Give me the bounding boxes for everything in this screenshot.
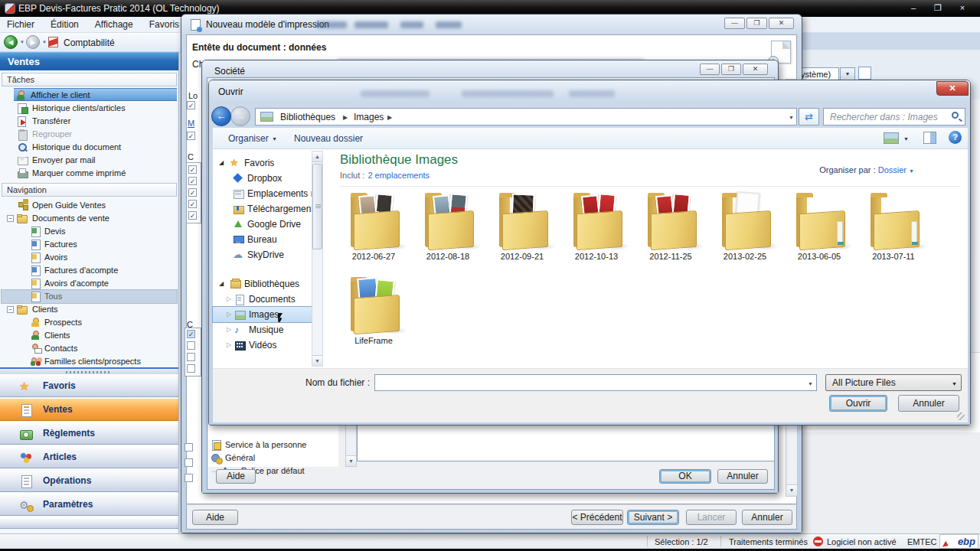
- module-reglements[interactable]: Règlements: [0, 422, 178, 445]
- nav-telechargements[interactable]: Téléchargements: [213, 201, 312, 217]
- nav-images[interactable]: ▷Images: [213, 307, 312, 322]
- checkbox[interactable]: [187, 353, 195, 361]
- checkbox[interactable]: [187, 341, 195, 350]
- arrange-value[interactable]: Dossier: [878, 165, 906, 174]
- checkbox[interactable]: ✓: [187, 101, 195, 109]
- app-restore-button[interactable]: ❐: [928, 3, 948, 14]
- checkbox[interactable]: ✓: [187, 330, 195, 338]
- tree-service-personne[interactable]: Service à la personne: [211, 439, 334, 452]
- resize-grip[interactable]: [957, 412, 965, 420]
- filename-input[interactable]: ▼: [374, 374, 817, 391]
- nav-videos[interactable]: ▷Vidéos: [213, 337, 312, 353]
- nav-emplacements[interactable]: Emplacements ré: [213, 186, 312, 201]
- tree-factures-acompte[interactable]: Factures d'acompte: [2, 264, 177, 277]
- nav-dropbox[interactable]: Dropbox: [213, 171, 312, 186]
- folder-item[interactable]: 2012-08-18: [413, 192, 483, 261]
- tree-prospects[interactable]: Prospects: [2, 316, 177, 329]
- task-historique-document[interactable]: Historique du document: [2, 141, 177, 154]
- scroll-up-icon[interactable]: ▲: [312, 152, 322, 162]
- new-folder-button[interactable]: Nouveau dossier: [294, 133, 363, 144]
- checkbox[interactable]: [185, 458, 193, 467]
- folder-item[interactable]: LifeFrame: [338, 276, 409, 345]
- module-parametres[interactable]: ⚙Paramètres: [0, 493, 178, 516]
- breadcrumb-current[interactable]: Images: [354, 112, 384, 122]
- organize-menu[interactable]: Organiser: [228, 133, 269, 144]
- dialog-minimize-button[interactable]: —: [724, 18, 745, 29]
- back-icon[interactable]: ←: [211, 106, 231, 126]
- checkbox[interactable]: ✓: [188, 200, 197, 208]
- cancel-button[interactable]: Annuler: [742, 510, 792, 525]
- nav-google-drive[interactable]: Google Drive: [213, 217, 312, 232]
- tree-general[interactable]: Général: [211, 452, 334, 465]
- view-icon[interactable]: [884, 132, 899, 144]
- refresh-button[interactable]: ⇄: [799, 108, 819, 126]
- comptabilite-button[interactable]: Comptabilité: [64, 37, 115, 48]
- preview-pane-icon[interactable]: [923, 132, 936, 144]
- tree-tous[interactable]: Tous: [2, 290, 177, 303]
- menu-edition[interactable]: Édition: [44, 17, 86, 30]
- app-minimize-button[interactable]: –: [903, 3, 923, 14]
- forward-dropdown-icon[interactable]: ▼: [42, 40, 47, 44]
- task-marquer-imprime[interactable]: Marquer comme imprimé: [2, 167, 177, 180]
- next-button[interactable]: Suivant >: [627, 510, 679, 525]
- menu-fichier[interactable]: Fichier: [0, 17, 41, 30]
- tree-clients-folder[interactable]: −Clients: [2, 303, 177, 316]
- truncated-link[interactable]: M: [188, 119, 194, 128]
- tree-devis[interactable]: Devis: [2, 225, 177, 238]
- nav-scrollbar[interactable]: ▲ ▼: [312, 151, 323, 367]
- module-operations[interactable]: Opérations: [0, 469, 178, 492]
- scroll-down-icon[interactable]: ▼: [786, 484, 797, 496]
- back-dropdown-icon[interactable]: ▼: [20, 40, 24, 44]
- nav-favoris[interactable]: ◢★Favoris: [213, 155, 312, 171]
- menu-favoris[interactable]: Favoris: [142, 17, 186, 30]
- app-close-button[interactable]: ×: [952, 3, 972, 14]
- checkbox[interactable]: [187, 364, 195, 373]
- filetype-select[interactable]: All Picture Files▼: [825, 374, 962, 391]
- scroll-thumb[interactable]: [312, 164, 322, 249]
- view-dropdown-icon[interactable]: ▼: [903, 136, 909, 142]
- tree-documents-de-vente[interactable]: −Documents de vente: [2, 212, 177, 225]
- checkbox[interactable]: [185, 443, 193, 452]
- checkbox[interactable]: ✓: [187, 132, 195, 140]
- address-bar[interactable]: Bibliothèques ▶ Images ▶ ▼: [255, 108, 797, 126]
- folder-item[interactable]: 2012-06-27: [338, 192, 409, 261]
- dialog-minimize-button[interactable]: —: [700, 64, 720, 75]
- dialog-close-button[interactable]: ✕: [769, 18, 794, 29]
- ok-button[interactable]: OK: [659, 469, 711, 484]
- cancel-button[interactable]: Annuler: [717, 469, 768, 484]
- scroll-down-icon[interactable]: ▼: [346, 455, 356, 466]
- module-articles[interactable]: Articles: [0, 445, 178, 468]
- tree-avoirs[interactable]: Avoirs: [2, 251, 177, 264]
- folder-item[interactable]: 2012-09-21: [487, 192, 557, 261]
- collapse-icon[interactable]: −: [7, 215, 14, 222]
- nav-skydrive[interactable]: ☁SkyDrive: [213, 247, 312, 262]
- forward-button[interactable]: ►: [26, 35, 40, 49]
- search-box[interactable]: Rechercher dans : Images: [823, 108, 965, 126]
- checkbox[interactable]: ✓: [188, 188, 197, 197]
- open-button[interactable]: Ouvrir: [829, 395, 887, 412]
- task-transferer[interactable]: Transférer: [2, 115, 177, 128]
- menu-affichage[interactable]: Affichage: [88, 17, 140, 30]
- dialog-restore-button[interactable]: ❐: [721, 64, 741, 75]
- checkbox[interactable]: ✓: [188, 165, 197, 174]
- back-button[interactable]: ◄: [4, 35, 18, 49]
- folder-item[interactable]: 2013-07-11: [858, 192, 929, 261]
- address-dropdown-icon[interactable]: ▼: [789, 115, 794, 120]
- grid-icon[interactable]: [858, 67, 871, 80]
- task-afficher-le-client[interactable]: Afficher le client: [14, 88, 177, 101]
- nav-documents[interactable]: ▷Documents: [213, 292, 312, 307]
- dialog-close-button[interactable]: ✕: [743, 64, 768, 75]
- tree-factures[interactable]: Factures: [2, 238, 177, 251]
- module-ventes[interactable]: Ventes: [0, 398, 178, 421]
- folder-item[interactable]: 2013-06-05: [784, 192, 854, 261]
- checkbox[interactable]: ✓: [188, 177, 197, 185]
- tree-open-guide-ventes[interactable]: Open Guide Ventes: [2, 199, 177, 212]
- tree-contacts[interactable]: Contacts: [2, 342, 177, 355]
- folder-item[interactable]: 2013-02-25: [710, 192, 780, 261]
- checkbox[interactable]: [185, 474, 193, 482]
- combo-dropdown-icon[interactable]: ▼: [808, 381, 813, 386]
- help-icon[interactable]: ?: [949, 131, 962, 144]
- tree-clients[interactable]: Clients: [2, 329, 177, 342]
- help-button[interactable]: Aide: [192, 510, 238, 525]
- scroll-down-icon[interactable]: ▼: [312, 355, 322, 366]
